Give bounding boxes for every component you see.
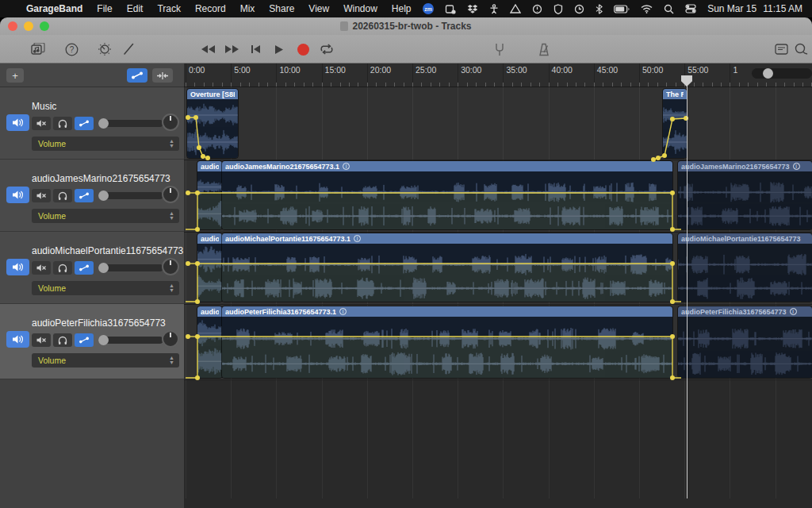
fast-forward-button[interactable]: [224, 41, 239, 57]
menu-view[interactable]: View: [301, 0, 336, 17]
cycle-button[interactable]: [319, 41, 335, 57]
region-overture[interactable]: Overture [S8EB: [187, 89, 238, 158]
track-automation-button[interactable]: [75, 333, 94, 347]
track-header-music[interactable]: Music Volume ▲▼: [0, 87, 184, 160]
record-button[interactable]: [295, 41, 311, 57]
region-audio-stub-michael[interactable]: audio: [197, 233, 222, 302]
track-volume-slider[interactable]: [98, 192, 163, 199]
menu-record[interactable]: Record: [188, 0, 233, 17]
region-michael-right[interactable]: audioMichaelPortantie11675654773: [678, 233, 812, 302]
mute-button[interactable]: [32, 189, 51, 202]
accessibility-icon[interactable]: [489, 4, 499, 14]
track-speaker-icon[interactable]: [6, 259, 29, 275]
dropbox-icon[interactable]: [467, 4, 478, 14]
track-speaker-icon[interactable]: [6, 114, 29, 131]
wifi-icon[interactable]: [641, 5, 653, 13]
smart-controls-icon[interactable]: [97, 42, 113, 56]
add-track-button[interactable]: +: [6, 68, 24, 83]
pan-knob[interactable]: [162, 114, 179, 131]
media-browser-icon[interactable]: [30, 42, 46, 56]
track-automation-button[interactable]: [75, 189, 94, 202]
bluetooth-icon[interactable]: [596, 4, 603, 14]
info-icon[interactable]: [354, 235, 361, 242]
info-icon[interactable]: [790, 308, 797, 315]
menu-mix[interactable]: Mix: [233, 0, 262, 17]
region-james-main[interactable]: audioJamesMarino21675654773.1: [222, 161, 672, 229]
track-automation-button[interactable]: [75, 117, 94, 130]
play-button[interactable]: [271, 41, 287, 57]
track-volume-slider[interactable]: [98, 264, 163, 271]
menu-file[interactable]: File: [90, 0, 119, 17]
region-peter-right[interactable]: audioPeterFilichia31675654773: [678, 306, 812, 378]
solo-button[interactable]: [53, 333, 72, 347]
info-icon[interactable]: [793, 163, 800, 170]
horizontal-zoom-slider[interactable]: [752, 68, 812, 79]
spotlight-search-icon[interactable]: [664, 4, 674, 14]
info-icon[interactable]: [339, 308, 347, 315]
editor-pencil-icon[interactable]: [121, 42, 136, 56]
automation-parameter-select[interactable]: Volume ▲▼: [32, 281, 179, 295]
solo-button[interactable]: [53, 117, 72, 130]
track-speaker-icon[interactable]: [6, 331, 29, 348]
automation-parameter-select[interactable]: Volume ▲▼: [32, 209, 179, 223]
region-audio-stub-peter[interactable]: audio: [197, 306, 222, 378]
track-volume-knob[interactable]: [98, 335, 109, 345]
quick-help-icon[interactable]: ?: [63, 42, 79, 56]
track-volume-slider[interactable]: [98, 337, 163, 344]
time-ruler[interactable]: 0:005:0010:0015:0020:0025:0030:0035:0040…: [184, 64, 812, 87]
drive-icon[interactable]: [510, 4, 521, 13]
solo-button[interactable]: [53, 189, 72, 202]
region-peter-main[interactable]: audioPeterFilichia31675654773.1: [222, 306, 672, 378]
automation-parameter-select[interactable]: Volume ▲▼: [32, 353, 179, 368]
mute-button[interactable]: [32, 261, 51, 275]
editors-icon[interactable]: [773, 42, 789, 56]
track-volume-knob[interactable]: [98, 263, 109, 273]
time-circle-icon[interactable]: [574, 4, 584, 14]
menu-clock[interactable]: Sun Mar 1511:15 AM: [707, 3, 802, 14]
region-audio-stub-james[interactable]: audio: [197, 161, 222, 229]
metronome-icon[interactable]: [536, 42, 552, 56]
region-the-r[interactable]: The R: [663, 89, 687, 158]
zoom-window-button[interactable]: [40, 21, 49, 31]
track-automation-button[interactable]: [75, 261, 94, 275]
go-to-beginning-button[interactable]: [247, 41, 263, 57]
solo-button[interactable]: [53, 261, 72, 275]
tuner-icon[interactable]: [492, 42, 508, 56]
mute-button[interactable]: [32, 117, 51, 130]
region-michael-main[interactable]: audioMichaelPortantie11675654773.1: [222, 233, 672, 302]
track-volume-knob[interactable]: [98, 118, 109, 129]
region-james-right[interactable]: audioJamesMarino21675654773: [678, 161, 812, 229]
close-window-button[interactable]: [8, 21, 17, 31]
battery-icon[interactable]: [614, 5, 630, 13]
menu-edit[interactable]: Edit: [120, 0, 151, 17]
menu-app-name[interactable]: GarageBand: [19, 0, 90, 17]
menu-window[interactable]: Window: [336, 0, 385, 17]
pan-knob[interactable]: [162, 330, 179, 348]
playhead-line[interactable]: [687, 84, 688, 498]
zoom-slider-knob[interactable]: [763, 68, 773, 79]
track-volume-slider[interactable]: [98, 120, 163, 127]
menu-track[interactable]: Track: [150, 0, 188, 17]
calendar-status-icon[interactable]: [445, 4, 456, 14]
menu-share[interactable]: Share: [262, 0, 301, 17]
mute-button[interactable]: [32, 333, 51, 347]
catch-playhead-button[interactable]: [152, 68, 173, 83]
apple-menu[interactable]: [0, 0, 19, 17]
track-speaker-icon[interactable]: [6, 187, 29, 203]
shield-icon[interactable]: [553, 4, 563, 14]
alert-circle-icon[interactable]: [532, 4, 542, 14]
menu-help[interactable]: Help: [385, 0, 419, 17]
show-automation-button[interactable]: [127, 68, 147, 83]
info-icon[interactable]: [343, 163, 350, 170]
track-header-michael[interactable]: audioMichaelPortantie11675654773 Volume …: [0, 232, 184, 304]
track-header-james[interactable]: audioJamesMarino21675654773 Volume ▲▼: [0, 160, 184, 232]
control-center-icon[interactable]: [685, 4, 696, 13]
pan-knob[interactable]: [162, 258, 179, 275]
pan-knob[interactable]: [162, 186, 179, 203]
rewind-button[interactable]: [200, 41, 216, 57]
loop-browser-icon[interactable]: [793, 42, 809, 56]
zoom-app-icon[interactable]: zm: [423, 3, 434, 14]
track-volume-knob[interactable]: [98, 190, 109, 201]
track-header-peter[interactable]: audioPeterFilichia31675654773 Volume ▲▼: [0, 304, 184, 379]
minimize-window-button[interactable]: [24, 21, 33, 31]
